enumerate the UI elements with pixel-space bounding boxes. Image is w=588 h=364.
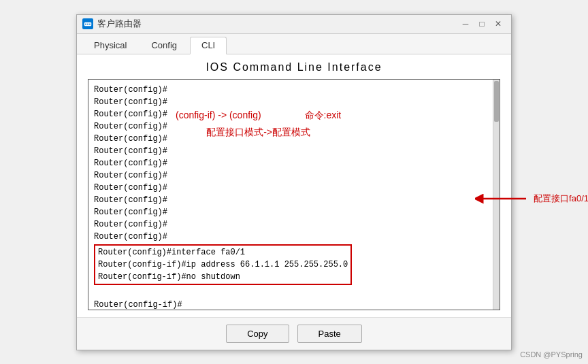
term-line-3: Router(config)# [94, 108, 494, 120]
term-line-ip: Router(config-if)#ip address 66.1.1.1 25… [98, 259, 348, 271]
term-line-blank1 [94, 286, 494, 299]
term-line-iface: Router(config)#interface fa0/1 [98, 246, 348, 259]
main-content: IOS Command Line Interface Router(config… [77, 54, 511, 317]
term-line-13: Router(config)# [94, 231, 494, 243]
term-line-9: Router(config)# [94, 182, 494, 194]
term-line-10: Router(config)# [94, 194, 494, 206]
close-button[interactable]: ✕ [491, 18, 506, 30]
tab-bar: Physical Config CLI [77, 34, 511, 54]
svg-point-3 [89, 24, 91, 25]
paste-button[interactable]: Paste [297, 325, 362, 343]
terminal[interactable]: Router(config)# Router(config)# Router(c… [88, 79, 500, 310]
scrollbar-thumb[interactable] [494, 81, 499, 122]
tab-config[interactable]: Config [140, 37, 189, 54]
tab-cli[interactable]: CLI [190, 37, 227, 54]
window-title: 客户路由器 [97, 18, 142, 30]
term-line-configif1: Router(config-if)# [94, 299, 494, 310]
term-line-12: Router(config)# [94, 218, 494, 231]
terminal-content: Router(config)# Router(config)# Router(c… [94, 84, 494, 310]
title-bar-left: 客户路由器 [82, 18, 142, 30]
highlight-block: Router(config)#interface fa0/1 Router(co… [94, 244, 352, 285]
term-line-5: Router(config)# [94, 133, 494, 145]
term-line-8: Router(config)# [94, 169, 494, 182]
term-line-2: Router(config)# [94, 96, 494, 108]
title-bar: 客户路由器 ─ □ ✕ [77, 15, 511, 34]
app-icon [82, 18, 93, 29]
term-line-6: Router(config)# [94, 145, 494, 157]
term-line-4: Router(config)# [94, 120, 494, 133]
svg-point-2 [87, 24, 88, 25]
section-title: IOS Command Line Interface [88, 61, 500, 73]
term-line-11: Router(config)# [94, 206, 494, 218]
maximize-button[interactable]: □ [474, 18, 489, 30]
tab-physical[interactable]: Physical [82, 37, 138, 54]
minimize-button[interactable]: ─ [458, 18, 473, 30]
term-line-1: Router(config)# [94, 84, 494, 96]
watermark: CSDN @PYSpring [520, 350, 583, 359]
bottom-bar: Copy Paste [77, 317, 511, 350]
router-window: 客户路由器 ─ □ ✕ Physical Config CLI IOS Comm… [76, 14, 512, 350]
right-annotation: 配置接口fa0/1 [475, 191, 588, 207]
copy-button[interactable]: Copy [226, 325, 289, 343]
term-line-no-shut: Router(config-if)#no shutdown [98, 271, 348, 283]
term-line-7: Router(config)# [94, 157, 494, 169]
arrow-icon [475, 191, 529, 207]
svg-point-1 [85, 24, 86, 25]
title-buttons: ─ □ ✕ [458, 18, 506, 30]
interface-annotation-label: 配置接口fa0/1 [534, 193, 588, 205]
terminal-wrapper: Router(config)# Router(config)# Router(c… [88, 79, 500, 310]
